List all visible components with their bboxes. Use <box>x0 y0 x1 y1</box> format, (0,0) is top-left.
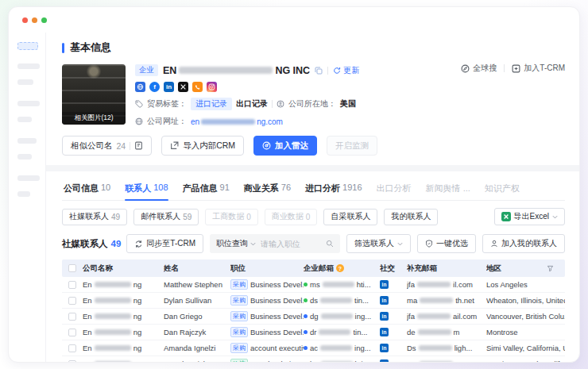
row-checkbox[interactable] <box>68 360 76 363</box>
cell-company: En ng <box>83 312 164 321</box>
cell-social: in <box>380 328 407 336</box>
cell-name: Dan Rajczyk <box>164 328 230 336</box>
table-row[interactable]: En ng Dan Rajczyk 采购 Business Devel... <box>62 325 565 340</box>
linkedin-icon[interactable]: in <box>380 359 389 363</box>
linkedin-icon[interactable]: in <box>380 280 389 289</box>
position-query-dropdown[interactable]: 职位查询 <box>216 238 256 249</box>
table-body: En ng Matthew Stephen 采购 Business Devel.… <box>62 277 565 363</box>
redacted-text <box>418 329 451 335</box>
col-alt-email: 补充邮箱 <box>407 263 486 274</box>
subtab-chip[interactable]: 社媒联系人 49 <box>62 209 127 225</box>
minimize-window-icon[interactable] <box>32 17 37 23</box>
global-search-button[interactable]: 全球搜 <box>461 63 497 74</box>
website-icon[interactable] <box>135 82 145 92</box>
cell-region: Huntington Park, Califor... <box>486 359 565 363</box>
cell-email: ms hti... <box>304 280 380 289</box>
subtab-chip[interactable]: 邮件联系人 59 <box>133 209 199 225</box>
redacted-text <box>319 329 350 335</box>
col-email: 企业邮箱 ? <box>304 263 380 274</box>
instagram-icon[interactable] <box>207 82 217 92</box>
search-icon[interactable] <box>326 240 334 248</box>
export-records-tag[interactable]: 出口记录 <box>236 98 268 110</box>
tab[interactable]: 知识产权 <box>485 176 520 200</box>
sidebar-skeleton <box>9 33 46 362</box>
subtab-chip[interactable]: 商业数据 0 <box>265 209 318 225</box>
filter-contacts-button[interactable]: 筛选联系人 <box>346 234 411 253</box>
contacts-table: 公司名称 姓名 职位 企业邮箱 ? 社交 补充邮箱 地区 <box>62 259 565 363</box>
cell-alt-email: jfa ail.com <box>407 312 486 321</box>
sync-icon <box>134 240 143 248</box>
sync-tcrm-button[interactable]: 同步至T-CRM <box>126 234 203 253</box>
add-my-contacts-button[interactable]: 加入我的联系人 <box>482 234 565 253</box>
cell-name: Brenda Erickson Pe <box>164 359 230 363</box>
linkedin-icon[interactable]: in <box>380 344 389 352</box>
website-link[interactable]: en ng.com <box>191 117 283 126</box>
page-title: 基本信息 <box>70 40 111 55</box>
subtab-chip[interactable]: 自采联系人 <box>323 209 377 225</box>
close-window-icon[interactable] <box>22 17 28 23</box>
linkedin-icon[interactable]: in <box>380 312 389 321</box>
cell-position: 采购 Business Devel... <box>230 295 304 306</box>
cell-company: En ng <box>83 344 164 352</box>
browser-window: 基本信息 相关图片(12) 企业 EN NG INC <box>8 6 580 363</box>
subtab-chip[interactable]: 我的联系人 <box>384 209 438 225</box>
export-excel-button[interactable]: 导出Excel <box>494 208 565 225</box>
tab[interactable]: 产品信息 91 <box>183 176 230 200</box>
row-checkbox[interactable] <box>68 297 76 305</box>
email-help-icon[interactable]: ? <box>336 264 344 272</box>
facebook-icon[interactable]: f <box>149 82 160 92</box>
cell-company: En ng <box>83 296 164 305</box>
tab[interactable]: 联系人 108 <box>125 176 168 200</box>
linkedin-icon[interactable]: in <box>164 82 174 92</box>
location-icon <box>277 100 284 108</box>
row-checkbox[interactable] <box>68 329 76 336</box>
tab[interactable]: 出口分析 <box>377 176 412 200</box>
table-row[interactable]: En ng Brenda Erickson Pe 物流 Supply Chain… <box>62 356 565 363</box>
row-checkbox[interactable] <box>68 313 76 321</box>
cell-name: Matthew Stephen <box>164 280 230 289</box>
copy-icon[interactable] <box>315 67 323 75</box>
linkedin-icon[interactable]: in <box>380 296 389 305</box>
similar-company-button[interactable]: 相似公司名 24 <box>62 136 152 156</box>
tab[interactable]: 公司信息 10 <box>64 176 110 200</box>
table-row[interactable]: En ng Amanda Ignelzi 采购 account executiv… <box>62 340 565 356</box>
tab[interactable]: 进口分析 1916 <box>305 176 362 200</box>
import-crm-button[interactable]: 导入内部CRM <box>161 136 244 156</box>
tab[interactable]: 商业关系 76 <box>244 176 291 200</box>
table-row[interactable]: En ng Matthew Stephen 采购 Business Devel.… <box>62 277 565 293</box>
redacted-text <box>321 313 353 319</box>
chevron-down-icon <box>250 242 256 246</box>
position-search-input[interactable] <box>261 240 321 248</box>
join-radar-button[interactable]: 加入雷达 <box>253 136 317 156</box>
cell-company: En ng <box>83 280 164 289</box>
subtab-chip[interactable]: 工商数据 0 <box>205 209 258 225</box>
col-company: 公司名称 <box>83 263 164 274</box>
join-tcrm-button[interactable]: 加入T-CRM <box>512 63 565 74</box>
cell-region: Montrose <box>486 328 565 336</box>
update-button[interactable]: 更新 <box>333 65 359 76</box>
import-records-tag[interactable]: 进口记录 <box>191 98 232 110</box>
table-row[interactable]: En ng Dylan Sullivan 采购 Business Devel..… <box>62 293 565 309</box>
linkedin-icon[interactable]: in <box>380 328 389 336</box>
table-row[interactable]: En ng Dan Griego 采购 Business Devel... <box>62 309 565 325</box>
maximize-window-icon[interactable] <box>41 17 47 23</box>
col-social: 社交 <box>380 263 407 274</box>
sidebar-item-active[interactable] <box>17 42 38 50</box>
email-status-dot <box>304 362 308 363</box>
row-checkbox[interactable] <box>68 344 76 352</box>
radar-icon <box>262 141 271 150</box>
tab[interactable]: 新闻舆情 ... <box>426 176 470 200</box>
x-twitter-icon[interactable] <box>178 82 188 92</box>
filter-icon[interactable] <box>547 265 554 272</box>
cell-alt-email: jfa il.com <box>407 280 486 289</box>
select-all-checkbox[interactable] <box>68 264 76 272</box>
add-to-crm-icon <box>512 64 520 73</box>
company-photo[interactable]: 相关图片(12) <box>62 64 126 125</box>
one-click-optimize-button[interactable]: 一键优选 <box>417 234 476 253</box>
phone-icon[interactable] <box>192 82 203 92</box>
start-monitor-button[interactable]: 开启监测 <box>327 136 377 156</box>
row-checkbox[interactable] <box>68 281 76 289</box>
social-links: f in <box>135 82 359 92</box>
cell-region: Simi Valley, California, U... <box>486 344 565 352</box>
section-count: 49 <box>111 239 122 248</box>
